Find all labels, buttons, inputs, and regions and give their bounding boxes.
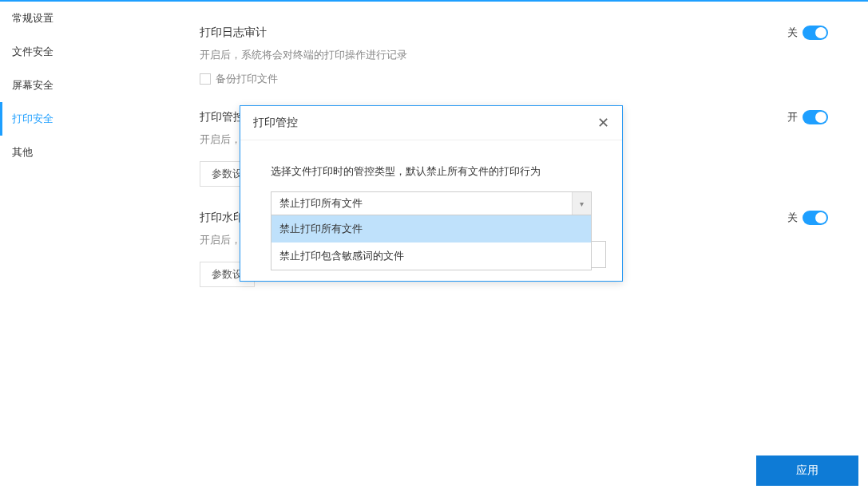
toggle-watermark[interactable] xyxy=(803,211,828,225)
checkbox-backup-row: 备份打印文件 xyxy=(200,72,828,86)
select-control-type[interactable]: 禁止打印所有文件 ▾ 禁止打印所有文件 禁止打印包含敏感词的文件 xyxy=(271,191,592,215)
section-print-audit: 打印日志审计 关 开启后，系统将会对终端的打印操作进行记录 备份打印文件 xyxy=(200,26,828,86)
toggle-watermark-label: 关 xyxy=(787,211,798,225)
modal-header: 打印管控 ✕ xyxy=(240,106,622,140)
modal-desc: 选择文件打印时的管控类型，默认禁止所有文件的打印行为 xyxy=(271,164,592,179)
sidebar-item-file-security[interactable]: 文件安全 xyxy=(0,35,160,69)
footer-bar: 应用 xyxy=(0,452,868,489)
select-dropdown: 禁止打印所有文件 禁止打印包含敏感词的文件 xyxy=(271,215,592,270)
toggle-control-label: 开 xyxy=(787,110,798,124)
section-title-watermark: 打印水印 xyxy=(200,211,244,225)
modal-title: 打印管控 xyxy=(253,116,298,130)
toggle-audit[interactable] xyxy=(803,26,828,40)
section-title-control: 打印管控 xyxy=(200,110,244,124)
close-icon[interactable]: ✕ xyxy=(597,114,609,132)
toggle-audit-label: 关 xyxy=(787,26,798,40)
sidebar-item-other[interactable]: 其他 xyxy=(0,136,160,169)
sidebar-item-print-security[interactable]: 打印安全 xyxy=(0,102,160,136)
select-value: 禁止打印所有文件 xyxy=(279,196,363,211)
section-desc-audit: 开启后，系统将会对终端的打印操作进行记录 xyxy=(200,48,828,62)
toggle-control-wrap: 开 xyxy=(787,110,828,124)
sidebar-item-screen-security[interactable]: 屏幕安全 xyxy=(0,69,160,102)
toggle-audit-wrap: 关 xyxy=(787,26,828,40)
chevron-down-icon: ▾ xyxy=(572,192,591,215)
sidebar: 常规设置 文件安全 屏幕安全 打印安全 其他 xyxy=(0,2,160,452)
apply-button[interactable]: 应用 xyxy=(756,455,858,486)
modal-body: 选择文件打印时的管控类型，默认禁止所有文件的打印行为 禁止打印所有文件 ▾ 禁止… xyxy=(240,140,622,231)
toggle-control[interactable] xyxy=(803,110,828,124)
dropdown-option-all[interactable]: 禁止打印所有文件 xyxy=(271,215,591,243)
checkbox-backup[interactable] xyxy=(200,73,211,85)
section-title-audit: 打印日志审计 xyxy=(200,26,267,40)
dropdown-option-sensitive[interactable]: 禁止打印包含敏感词的文件 xyxy=(271,243,591,270)
checkbox-backup-label: 备份打印文件 xyxy=(216,72,278,86)
toggle-watermark-wrap: 关 xyxy=(787,211,828,225)
modal-print-control: 打印管控 ✕ 选择文件打印时的管控类型，默认禁止所有文件的打印行为 禁止打印所有… xyxy=(240,105,623,282)
sidebar-item-general[interactable]: 常规设置 xyxy=(0,2,160,35)
